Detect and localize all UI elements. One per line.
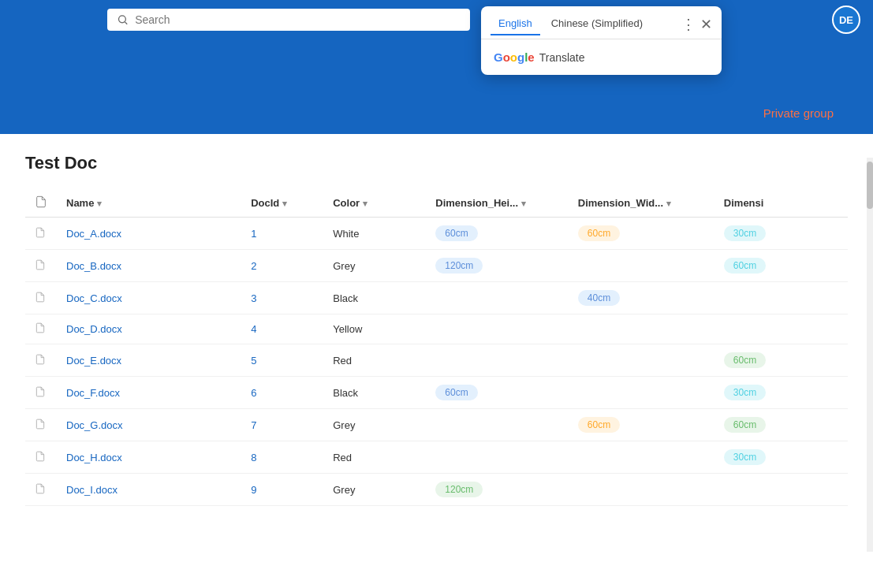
file-icon-cell	[25, 377, 57, 409]
search-bar[interactable]	[107, 9, 470, 31]
doc-dim-width: 60cm	[569, 409, 714, 441]
table-row: Doc_E.docx 5 Red 60cm	[25, 344, 848, 377]
table-scroll-area[interactable]: Name▾ DocId▾ Color▾ Dimension_Hei...▾ Di…	[25, 189, 848, 506]
doc-dimensi	[714, 474, 848, 506]
doc-name[interactable]: Doc_G.docx	[57, 409, 241, 441]
document-table: Name▾ DocId▾ Color▾ Dimension_Hei...▾ Di…	[25, 189, 848, 506]
private-group-link[interactable]: Private group	[763, 106, 834, 120]
doc-color: Red	[323, 344, 426, 377]
translate-label: Translate	[539, 51, 585, 64]
doc-dimensi	[714, 314, 848, 344]
doc-dimensi: 30cm	[714, 218, 848, 250]
doc-dimensi: 60cm	[714, 250, 848, 282]
doc-color: Red	[323, 441, 426, 474]
dimension-badge: 120cm	[435, 258, 483, 274]
doc-dimensi: 60cm	[714, 344, 848, 377]
doc-dim-width	[569, 377, 714, 409]
dimension-badge: 40cm	[578, 290, 620, 306]
col-header-dimensi: Dimensi	[714, 189, 848, 218]
table-body: Doc_A.docx 1 White 60cm 60cm 30cm Doc_B.…	[25, 218, 848, 506]
file-icon-cell	[25, 474, 57, 506]
doc-name[interactable]: Doc_D.docx	[57, 314, 241, 344]
col-header-docid[interactable]: DocId▾	[241, 189, 323, 218]
doc-color: Black	[323, 377, 426, 409]
doc-id: 9	[241, 474, 323, 506]
doc-dim-width: 40cm	[569, 282, 714, 314]
doc-name[interactable]: Doc_I.docx	[57, 474, 241, 506]
translate-body: Google Translate	[481, 46, 722, 69]
dimension-badge: 60cm	[724, 417, 766, 433]
scroll-thumb[interactable]	[867, 162, 873, 209]
doc-color: Black	[323, 282, 426, 314]
svg-line-1	[125, 22, 127, 24]
doc-dim-height	[426, 409, 569, 441]
file-icon-cell	[25, 441, 57, 474]
doc-color: Grey	[323, 474, 426, 506]
dimension-badge: 60cm	[435, 385, 477, 400]
doc-dimensi: 30cm	[714, 441, 848, 474]
dimension-badge: 30cm	[724, 449, 766, 465]
doc-color: White	[323, 218, 426, 250]
file-icon-cell	[25, 314, 57, 344]
translate-actions: ⋮ ✕	[681, 17, 712, 32]
doc-dim-height: 60cm	[426, 218, 569, 250]
dimension-badge: 30cm	[724, 385, 766, 400]
table-row: Doc_F.docx 6 Black 60cm 30cm	[25, 377, 848, 409]
translate-divider	[481, 39, 722, 39]
table-header: Name▾ DocId▾ Color▾ Dimension_Hei...▾ Di…	[25, 189, 848, 218]
doc-id: 4	[241, 314, 323, 344]
table-row: Doc_C.docx 3 Black 40cm	[25, 282, 848, 314]
doc-color: Grey	[323, 409, 426, 441]
col-icon	[25, 189, 57, 218]
doc-dim-width	[569, 441, 714, 474]
doc-id: 2	[241, 250, 323, 282]
main-content: Test Doc Name▾ DocId▾ Color▾	[0, 134, 873, 588]
doc-name[interactable]: Doc_E.docx	[57, 344, 241, 377]
search-input[interactable]	[135, 13, 461, 26]
doc-dim-height: 120cm	[426, 474, 569, 506]
doc-dim-height	[426, 282, 569, 314]
translate-popup: English Chinese (Simplified) ⋮ ✕ Google …	[481, 6, 722, 75]
banner: Private group	[0, 39, 873, 134]
tab-english[interactable]: English	[491, 13, 540, 35]
dimension-badge: 60cm	[724, 352, 766, 368]
doc-dim-height	[426, 441, 569, 474]
file-icon-cell	[25, 218, 57, 250]
doc-name[interactable]: Doc_C.docx	[57, 282, 241, 314]
col-header-name[interactable]: Name▾	[57, 189, 241, 218]
doc-name[interactable]: Doc_H.docx	[57, 441, 241, 474]
svg-point-0	[119, 16, 126, 23]
doc-dim-width	[569, 250, 714, 282]
doc-id: 3	[241, 282, 323, 314]
table-row: Doc_A.docx 1 White 60cm 60cm 30cm	[25, 218, 848, 250]
more-options-icon[interactable]: ⋮	[681, 17, 696, 32]
dimension-badge: 60cm	[578, 225, 620, 241]
file-icon-cell	[25, 282, 57, 314]
dimension-badge: 60cm	[578, 417, 620, 433]
doc-dim-width	[569, 344, 714, 377]
doc-id: 1	[241, 218, 323, 250]
doc-name[interactable]: Doc_B.docx	[57, 250, 241, 282]
table-row: Doc_H.docx 8 Red 30cm	[25, 441, 848, 474]
doc-dim-width	[569, 474, 714, 506]
col-header-dim-width[interactable]: Dimension_Wid...▾	[569, 189, 714, 218]
doc-dim-height	[426, 344, 569, 377]
doc-name[interactable]: Doc_F.docx	[57, 377, 241, 409]
table-row: Doc_B.docx 2 Grey 120cm 60cm	[25, 250, 848, 282]
table-row: Doc_I.docx 9 Grey 120cm	[25, 474, 848, 506]
col-header-dim-height[interactable]: Dimension_Hei...▾	[426, 189, 569, 218]
file-icon-cell	[25, 344, 57, 377]
doc-dim-height: 60cm	[426, 377, 569, 409]
scrollbar[interactable]	[867, 158, 873, 552]
tab-chinese[interactable]: Chinese (Simplified)	[543, 13, 651, 35]
col-header-color[interactable]: Color▾	[323, 189, 426, 218]
search-icon	[117, 13, 129, 26]
doc-dim-height	[426, 314, 569, 344]
avatar[interactable]: DE	[832, 6, 860, 34]
close-icon[interactable]: ✕	[700, 17, 712, 32]
google-logo: Google	[494, 50, 535, 64]
doc-id: 5	[241, 344, 323, 377]
dimension-badge: 60cm	[724, 258, 766, 274]
doc-name[interactable]: Doc_A.docx	[57, 218, 241, 250]
doc-dimensi: 30cm	[714, 377, 848, 409]
